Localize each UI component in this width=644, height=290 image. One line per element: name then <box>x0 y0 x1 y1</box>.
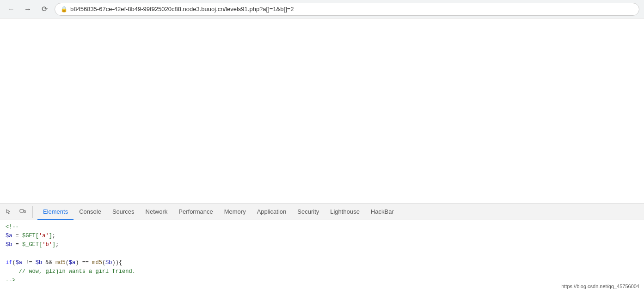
code-line-5: // wow, glzjin wants a girl friend. <box>6 267 638 276</box>
browser-toolbar: ← → ⟳ 🔒 b8456835-67ce-42ef-8b49-99f92502… <box>0 0 644 19</box>
status-bar-url: https://blog.csdn.net/qq_45756004 <box>561 284 639 289</box>
forward-button[interactable]: → <box>21 3 34 16</box>
back-button[interactable]: ← <box>5 3 18 16</box>
tab-hackbar[interactable]: HackBar <box>365 204 399 220</box>
device-toggle-button[interactable] <box>17 206 29 218</box>
lock-icon: 🔒 <box>61 6 67 12</box>
code-line-4: if($a != $b && md5($a) == md5($b)){ <box>6 259 638 267</box>
svg-rect-0 <box>20 210 24 212</box>
svg-rect-1 <box>24 210 25 213</box>
reload-button[interactable]: ⟳ <box>38 3 51 16</box>
devtools-panel: Elements Console Sources Network Perform… <box>0 204 644 290</box>
devtools-toolbar: Elements Console Sources Network Perform… <box>0 204 644 220</box>
devtools-tabs: Elements Console Sources Network Perform… <box>37 204 399 220</box>
url-text: b8456835-67ce-42ef-8b49-99f925020c88.nod… <box>70 6 294 12</box>
address-bar[interactable]: 🔒 b8456835-67ce-42ef-8b49-99f925020c88.n… <box>55 3 639 16</box>
tab-console[interactable]: Console <box>74 204 107 220</box>
devtools-content: <!-- $a = $GET['a']; $b = $_GET['b']; if… <box>0 220 644 290</box>
code-line-1: <!-- <box>6 223 638 232</box>
inspect-element-button[interactable] <box>3 206 15 218</box>
tab-sources[interactable]: Sources <box>107 204 140 220</box>
tab-security[interactable]: Security <box>292 204 325 220</box>
tab-elements[interactable]: Elements <box>37 204 74 220</box>
code-line-2: $a = $GET['a']; <box>6 232 638 241</box>
tab-memory[interactable]: Memory <box>219 204 251 220</box>
code-line-6: --> <box>6 276 638 285</box>
tab-application[interactable]: Application <box>251 204 292 220</box>
page-content <box>0 19 644 199</box>
tab-network[interactable]: Network <box>140 204 173 220</box>
tab-performance[interactable]: Performance <box>173 204 218 220</box>
code-line-blank <box>6 250 638 259</box>
tab-lighthouse[interactable]: Lighthouse <box>325 204 365 220</box>
devtools-icons <box>3 206 33 218</box>
code-line-3: $b = $_GET['b']; <box>6 241 638 249</box>
